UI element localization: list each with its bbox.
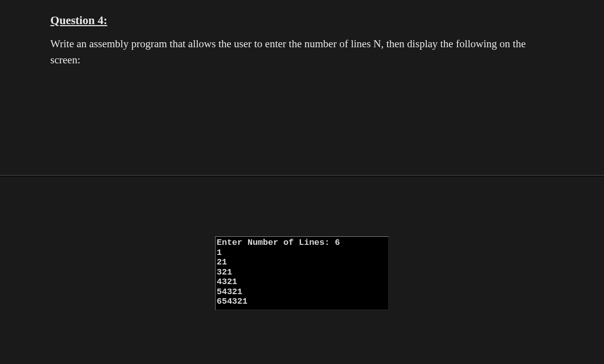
console-line: 654321 bbox=[217, 297, 388, 307]
console-line: 321 bbox=[217, 267, 388, 278]
question-content: Question 4: Write an assembly program th… bbox=[0, 0, 604, 68]
console-line: 54321 bbox=[217, 287, 388, 297]
section-divider bbox=[0, 175, 604, 176]
question-heading: Question 4: bbox=[50, 14, 554, 27]
question-body: Write an assembly program that allows th… bbox=[50, 36, 554, 68]
console-line: 1 bbox=[217, 248, 388, 258]
console-output: Enter Number of Lines: 6 1 21 321 4321 5… bbox=[215, 236, 389, 310]
console-line: 4321 bbox=[217, 277, 388, 287]
console-line: Enter Number of Lines: 6 bbox=[217, 238, 388, 248]
console-line: 21 bbox=[217, 257, 388, 267]
